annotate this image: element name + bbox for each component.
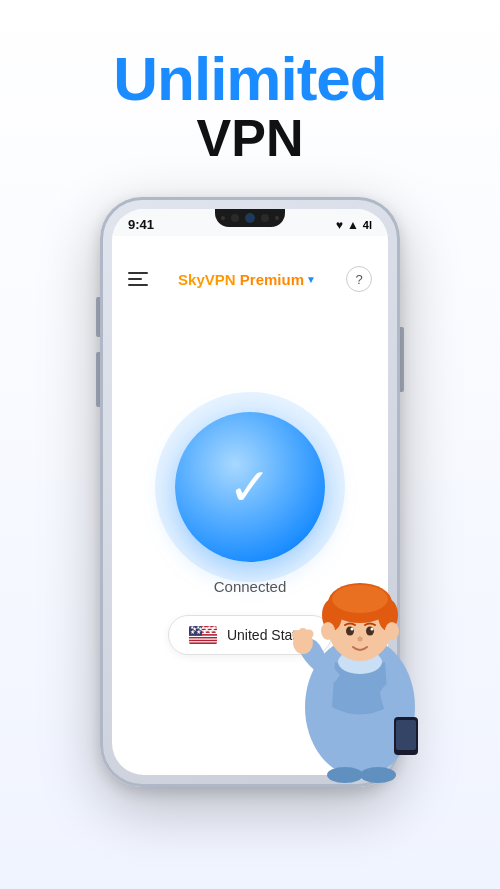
camera-front-main: [245, 213, 255, 223]
signal-bars: 4l: [363, 219, 372, 231]
character-illustration: [270, 507, 450, 787]
svg-point-23: [332, 585, 388, 613]
svg-point-34: [305, 630, 314, 639]
hamburger-line-1: [128, 272, 148, 274]
signal-icon: ▲: [347, 218, 359, 232]
svg-text:★★★★★: ★★★★★: [190, 626, 217, 630]
camera-front-sensor: [261, 214, 269, 222]
checkmark-icon: ✓: [228, 461, 272, 513]
app-header-bar: SkyVPN Premium ▼ ?: [112, 256, 388, 302]
app-title: SkyVPN Premium: [178, 271, 304, 288]
svg-rect-10: [189, 640, 217, 641]
hamburger-line-3: [128, 284, 148, 286]
svg-point-27: [371, 628, 374, 631]
dropdown-arrow-icon[interactable]: ▼: [306, 274, 316, 285]
svg-point-30: [385, 622, 399, 640]
svg-rect-9: [189, 639, 217, 640]
camera-front-small: [231, 214, 239, 222]
svg-point-26: [351, 628, 354, 631]
status-icons: ♥ ▲ 4l: [336, 218, 372, 232]
wifi-icon: ♥: [336, 218, 343, 232]
svg-rect-12: [189, 643, 217, 644]
svg-rect-8: [189, 637, 217, 638]
us-flag-icon: ★★★★★ ★★★★ ★★★★★: [189, 626, 217, 644]
svg-rect-36: [396, 720, 416, 750]
svg-point-29: [321, 622, 335, 640]
phone-side-button-power: [400, 327, 404, 392]
svg-point-37: [327, 767, 363, 783]
svg-point-38: [360, 767, 396, 783]
help-label: ?: [355, 272, 362, 287]
headline-unlimited: Unlimited: [113, 48, 386, 110]
speaker2: [275, 216, 279, 220]
svg-rect-11: [189, 641, 217, 642]
status-time: 9:41: [128, 217, 154, 232]
app-name-text: SkyVPN: [178, 271, 236, 288]
svg-rect-7: [189, 636, 217, 637]
app-premium-text: Premium: [236, 271, 304, 288]
app-title-group: SkyVPN Premium ▼: [178, 271, 316, 288]
camera-notch: [215, 209, 285, 227]
phone-mockup: 9:41 ♥ ▲ 4l SkyVPN Premium ▼ ?: [100, 197, 400, 787]
svg-point-28: [358, 637, 363, 642]
headline-vpn: VPN: [113, 110, 386, 167]
menu-button[interactable]: [128, 272, 148, 286]
help-button[interactable]: ?: [346, 266, 372, 292]
speaker: [221, 216, 225, 220]
header-section: Unlimited VPN: [113, 0, 386, 187]
hamburger-line-2: [128, 278, 142, 280]
